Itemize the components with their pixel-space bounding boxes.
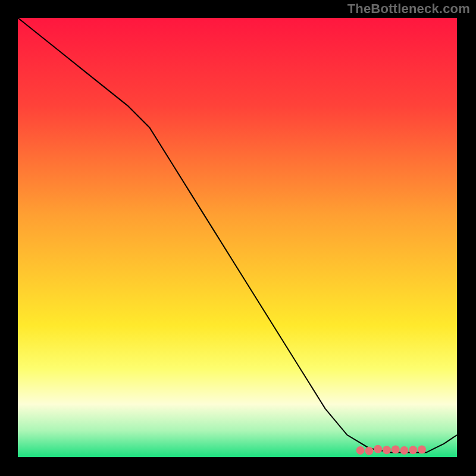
marker-dot — [418, 446, 426, 454]
attribution-label: TheBottleneck.com — [347, 1, 470, 17]
marker-dot — [392, 446, 400, 454]
plot-area — [18, 18, 457, 457]
marker-dot — [383, 446, 391, 454]
chart-svg — [18, 18, 457, 457]
marker-dot — [365, 447, 373, 455]
marker-dot — [374, 445, 382, 453]
marker-dot — [400, 446, 408, 455]
chart-background — [18, 18, 457, 457]
chart-container: TheBottleneck.com — [0, 0, 476, 476]
marker-dot — [409, 446, 417, 454]
marker-dot — [356, 446, 365, 455]
